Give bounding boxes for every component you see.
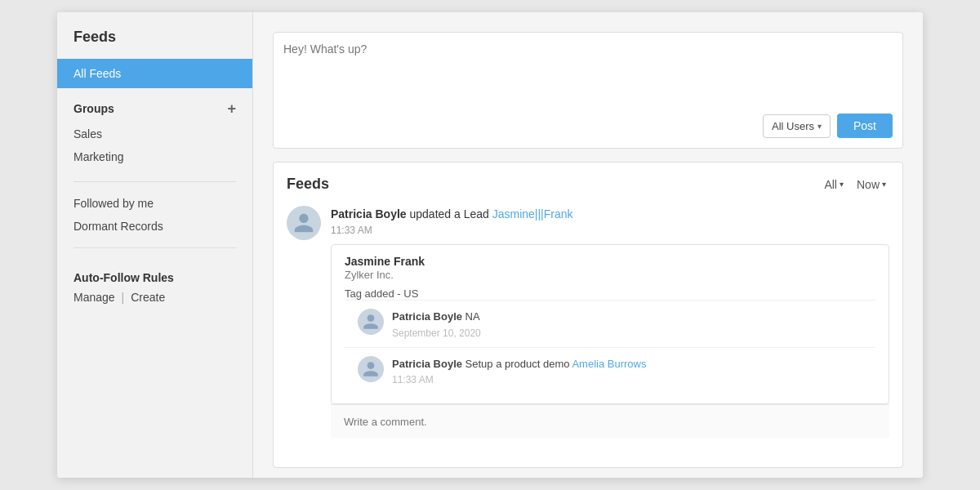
feed-user-name: Patricia Boyle — [331, 207, 407, 220]
sidebar-divider-1 — [74, 181, 236, 182]
plus-icon[interactable]: + — [227, 101, 236, 116]
sidebar-item-marketing[interactable]: Marketing — [74, 145, 236, 168]
filter-now-button[interactable]: Now ▾ — [853, 176, 889, 193]
post-actions: All Users ▾ Post — [283, 114, 893, 138]
all-users-dropdown[interactable]: All Users ▾ — [763, 114, 831, 138]
sidebar-auto-follow: Auto-Follow Rules Manage | Create — [57, 258, 252, 304]
main-content: All Users ▾ Post Feeds All ▾ Now ▾ — [253, 12, 923, 478]
sidebar-item-followed-by-me[interactable]: Followed by me — [74, 192, 236, 215]
filter-now-chevron: ▾ — [882, 180, 886, 189]
avatar-sm-patricia-1 — [358, 309, 384, 335]
post-button[interactable]: Post — [837, 114, 893, 138]
feed-item: Patricia Boyle updated a Lead Jasmine|||… — [287, 206, 889, 451]
post-box: All Users ▾ Post — [273, 32, 903, 149]
feed-time: 11:33 AM — [331, 225, 889, 236]
sidebar-plain-links: Followed by me Dormant Records — [57, 192, 252, 238]
feeds-header-title: Feeds — [287, 176, 329, 193]
sub-feed-content-2: Patricia Boyle Setup a product demo Amel… — [392, 356, 646, 386]
sidebar-auto-follow-title: Auto-Follow Rules — [74, 271, 236, 284]
sub-feed-time-2: 11:33 AM — [392, 374, 646, 385]
feeds-header: Feeds All ▾ Now ▾ — [287, 176, 889, 193]
post-textarea[interactable] — [283, 42, 893, 108]
sub-feed-text-2: Patricia Boyle Setup a product demo Amel… — [392, 356, 646, 372]
sidebar-item-sales[interactable]: Sales — [74, 122, 236, 145]
feed-card: Jasmine Frank Zylker Inc. Tag added - US — [331, 244, 889, 404]
feed-card-name: Jasmine Frank — [345, 255, 875, 268]
avatar-patricia — [287, 206, 321, 240]
sub-feed-action-2: Setup a product demo — [462, 358, 572, 370]
sidebar-groups-section: Groups + Sales Marketing — [57, 88, 252, 172]
feeds-filters: All ▾ Now ▾ — [821, 176, 889, 193]
sub-feed-item-1: Patricia Boyle NA September 10, 2020 — [345, 300, 875, 347]
sidebar-create-link[interactable]: Create — [131, 291, 165, 304]
sidebar-auto-follow-links: Manage | Create — [74, 291, 236, 304]
filter-now-label: Now — [857, 178, 880, 191]
sub-feed-content-1: Patricia Boyle NA September 10, 2020 — [392, 309, 481, 339]
sidebar-manage-link[interactable]: Manage — [74, 291, 115, 304]
sub-feed-time-1: September 10, 2020 — [392, 327, 481, 339]
sidebar-title: Feeds — [57, 29, 252, 59]
filter-all-button[interactable]: All ▾ — [821, 176, 847, 193]
app-container: Feeds All Feeds Groups + Sales Marketing… — [57, 12, 923, 478]
feed-main-text: Patricia Boyle updated a Lead Jasmine|||… — [331, 206, 889, 223]
avatar-sm-patricia-2 — [358, 356, 384, 382]
feeds-section: Feeds All ▾ Now ▾ — [273, 162, 903, 468]
sidebar-divider-inline: | — [122, 291, 125, 304]
sidebar-item-dormant-records[interactable]: Dormant Records — [74, 215, 236, 238]
sub-feed-user-2: Patricia Boyle — [392, 358, 462, 370]
sub-feed-user-1: Patricia Boyle — [392, 310, 462, 323]
filter-all-label: All — [824, 178, 837, 191]
sub-feed-value-1: NA — [462, 310, 480, 323]
all-users-label: All Users — [772, 120, 814, 132]
feed-card-tag: Tag added - US — [345, 287, 875, 300]
comment-input[interactable] — [344, 416, 876, 428]
feed-lead-link[interactable]: Jasmine|||Frank — [492, 207, 573, 220]
comment-box — [331, 404, 889, 438]
sidebar-groups-label: Groups — [74, 102, 114, 115]
sidebar-divider-2 — [74, 247, 236, 248]
sub-feed-text-1: Patricia Boyle NA — [392, 309, 481, 325]
sub-feed-link-2[interactable]: Amelia Burrows — [572, 358, 646, 370]
feed-content: Patricia Boyle updated a Lead Jasmine|||… — [331, 206, 889, 438]
feed-action-text: updated a Lead — [407, 207, 492, 220]
sidebar: Feeds All Feeds Groups + Sales Marketing… — [57, 12, 253, 478]
sidebar-groups-header: Groups + — [74, 101, 236, 116]
feed-card-company: Zylker Inc. — [345, 269, 875, 281]
sidebar-item-all-feeds[interactable]: All Feeds — [57, 59, 252, 88]
chevron-down-icon: ▾ — [817, 122, 822, 131]
sub-feed-item-2: Patricia Boyle Setup a product demo Amel… — [345, 347, 875, 394]
filter-all-chevron: ▾ — [840, 180, 844, 189]
